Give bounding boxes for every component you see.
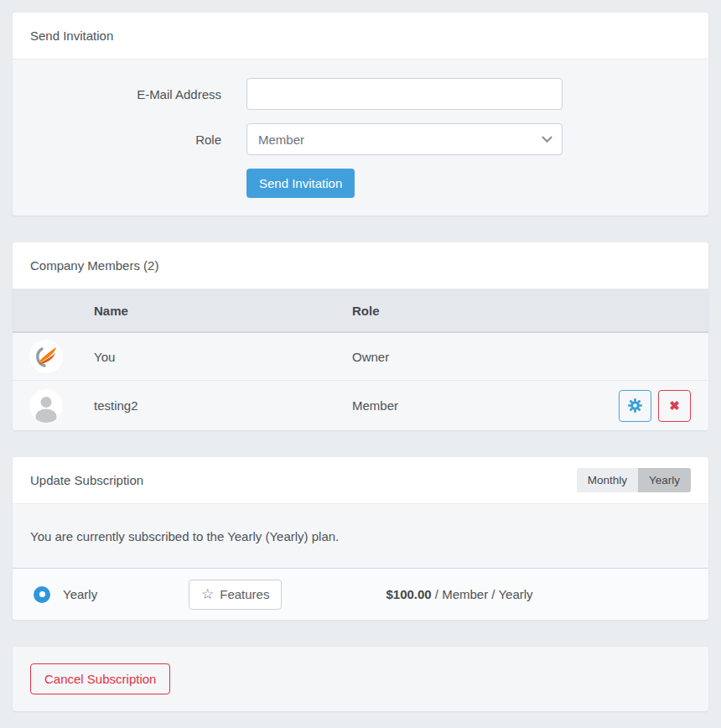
email-label: E-Mail Address [30,87,246,101]
member-role: Member [352,398,619,413]
account-settings-page: Send Invitation E-Mail Address Role Memb… [0,0,721,724]
member-avatar-cell [13,389,94,423]
company-members-title: Company Members (2) [30,258,158,273]
plan-price: $100.00 / Member / Yearly [386,587,532,601]
company-members-header: Company Members (2) [13,242,708,289]
gear-icon [628,398,642,413]
subscription-status-text: You are currently subscribed to the Year… [30,529,339,543]
company-members-card: Company Members (2) Name Role You Owner [13,242,708,430]
submit-row: Send Invitation [30,169,691,198]
chevron-down-icon [542,132,552,143]
cancel-subscription-button[interactable]: Cancel Subscription [30,663,170,694]
yearly-toggle-button[interactable]: Yearly [638,468,691,492]
cancel-subscription-card: Cancel Subscription [13,647,708,711]
send-invitation-form: E-Mail Address Role Member Send Invitati… [13,60,708,216]
role-select[interactable]: Member [246,123,563,155]
member-name: You [94,350,352,364]
role-select-value: Member [258,133,304,147]
send-invitation-title: Send Invitation [30,29,113,43]
send-invitation-button[interactable]: Send Invitation [246,169,355,198]
email-input[interactable] [246,78,563,110]
member-avatar-cell [13,340,94,373]
members-table-header: Name Role [13,289,708,333]
company-logo-avatar [29,340,63,373]
role-form-row: Role Member [30,123,691,155]
email-form-row: E-Mail Address [30,78,691,110]
x-icon: ✖ [669,398,680,413]
plan-radio-selected[interactable] [34,586,50,603]
radio-dot [39,591,45,597]
subscription-status: You are currently subscribed to the Year… [13,504,708,568]
price-amount: $100.00 [386,587,431,601]
person-placeholder-avatar [29,389,63,423]
column-header-role: Role [352,304,708,318]
column-header-name: Name [94,304,352,318]
star-icon: ☆ [201,587,214,601]
member-row-testing2: testing2 Member [13,380,708,430]
monthly-toggle-button[interactable]: Monthly [577,468,638,492]
update-subscription-header: Update Subscription Monthly Yearly [13,457,708,504]
member-remove-button[interactable]: ✖ [658,390,691,422]
member-row-you: You Owner [13,333,708,380]
update-subscription-card: Update Subscription Monthly Yearly You a… [13,457,708,620]
plan-row-yearly: Yearly ☆ Features $100.00 / Member / Yea… [13,568,708,620]
features-button[interactable]: ☆ Features [189,580,282,610]
member-settings-button[interactable] [619,390,651,422]
plan-name: Yearly [63,587,97,601]
cancel-subscription-body: Cancel Subscription [13,647,708,711]
role-label: Role [30,133,246,147]
update-subscription-title: Update Subscription [30,473,143,487]
send-invitation-card: Send Invitation E-Mail Address Role Memb… [13,13,708,216]
billing-period-toggle: Monthly Yearly [577,468,691,492]
send-invitation-header: Send Invitation [13,13,708,60]
member-role: Owner [352,350,691,364]
features-button-label: Features [220,587,269,601]
member-actions: ✖ [619,390,708,422]
plan-selector: Yearly [30,586,189,603]
price-suffix: / Member / Yearly [432,587,533,601]
member-name: testing2 [94,398,352,413]
